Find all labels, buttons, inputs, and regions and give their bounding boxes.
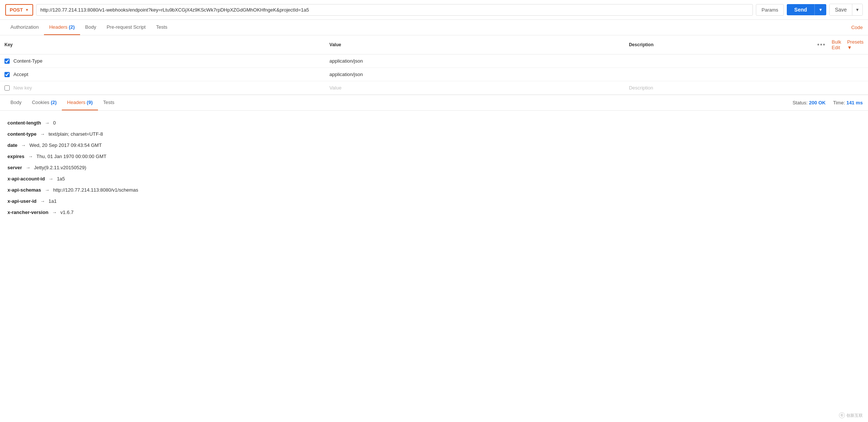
bulk-edit-link[interactable]: Bulk Edit — [832, 39, 841, 50]
resp-header-value-2: Wed, 20 Sep 2017 09:43:54 GMT — [29, 142, 102, 148]
request-tabs: Authorization Headers (2) Body Pre-reque… — [0, 20, 868, 35]
time-label: Time: 141 ms — [833, 100, 863, 106]
resp-tab-body[interactable]: Body — [5, 95, 27, 110]
row-checkbox-0[interactable] — [4, 59, 10, 64]
params-button[interactable]: Params — [756, 4, 784, 16]
method-chevron: ▼ — [25, 8, 29, 12]
method-button[interactable]: POST ▼ — [5, 4, 33, 16]
col-header-key: Key — [0, 35, 325, 54]
tab-prerequest[interactable]: Pre-request Script — [101, 20, 151, 35]
send-button-group: Send ▼ — [787, 4, 826, 15]
resp-header-key-5: x-api-account-id — [7, 176, 45, 182]
resp-header-key-3: expires — [7, 154, 25, 159]
ellipsis-icon[interactable]: ••• — [817, 41, 826, 48]
tab-authorization[interactable]: Authorization — [5, 20, 44, 35]
resp-header-key-2: date — [7, 142, 18, 148]
tab-body[interactable]: Body — [80, 20, 102, 35]
resp-header-value-7: 1a1 — [48, 198, 57, 204]
resp-tab-cookies[interactable]: Cookies (2) — [27, 95, 62, 110]
resp-tab-headers[interactable]: Headers (9) — [62, 95, 98, 110]
new-key-placeholder: New key — [13, 85, 32, 91]
resp-arrow-8: → — [51, 210, 58, 215]
resp-header-row: x-api-account-id → 1a5 — [7, 174, 861, 184]
url-input[interactable] — [36, 4, 753, 16]
save-button-group: Save ▼ — [829, 4, 863, 16]
send-button[interactable]: Send — [787, 4, 814, 15]
method-label: POST — [10, 7, 23, 13]
col-header-actions: ••• Bulk Edit Presets ▼ — [813, 35, 868, 54]
save-button[interactable]: Save — [830, 4, 852, 15]
resp-header-row: server → Jetty(9.2.11.v20150529) — [7, 163, 861, 173]
resp-header-value-8: v1.6.7 — [60, 210, 73, 215]
resp-header-key-8: x-rancher-version — [7, 210, 48, 215]
headers-badge: (2) — [69, 24, 75, 30]
cookies-badge: (2) — [51, 100, 57, 105]
resp-header-key-7: x-api-user-id — [7, 198, 37, 204]
resp-header-key-4: server — [7, 165, 22, 170]
resp-headers-badge: (9) — [87, 100, 93, 105]
resp-header-key-0: content-length — [7, 120, 41, 126]
headers-table: Key Value Description ••• Bulk Edit Pres… — [0, 35, 868, 95]
tab-headers[interactable]: Headers (2) — [44, 20, 80, 35]
send-dropdown-button[interactable]: ▼ — [814, 4, 826, 15]
resp-arrow-7: → — [39, 198, 46, 204]
response-body: content-length → 0content-type → text/pl… — [0, 111, 868, 226]
resp-tab-tests[interactable]: Tests — [98, 95, 120, 110]
row-checkbox-1[interactable] — [4, 72, 10, 77]
resp-arrow-0: → — [43, 120, 51, 126]
top-bar: POST ▼ Params Send ▼ Save ▼ — [0, 0, 868, 20]
tab-tests[interactable]: Tests — [151, 20, 172, 35]
resp-header-row: content-type → text/plain; charset=UTF-8 — [7, 129, 861, 139]
resp-header-key-6: x-api-schemas — [7, 187, 41, 193]
response-tabs: Body Cookies (2) Headers (9) Tests Statu… — [0, 95, 868, 111]
row-key-1: Accept — [13, 72, 28, 77]
row-key-0: Content-Type — [13, 58, 42, 64]
new-value-placeholder: Value — [329, 85, 341, 91]
new-header-row: New key Value Description — [0, 81, 868, 95]
resp-header-row: date → Wed, 20 Sep 2017 09:43:54 GMT — [7, 141, 861, 150]
resp-header-key-1: content-type — [7, 131, 37, 137]
resp-header-value-0: 0 — [53, 120, 56, 126]
col-header-value: Value — [325, 35, 624, 54]
resp-header-value-3: Thu, 01 Jan 1970 00:00:00 GMT — [37, 154, 107, 159]
resp-header-value-4: Jetty(9.2.11.v20150529) — [34, 165, 86, 170]
time-value: 141 ms — [846, 100, 863, 106]
resp-header-value-6: http://120.77.214.113:8080/v1/schemas — [53, 187, 138, 193]
row-value-1: application/json — [329, 72, 363, 77]
resp-header-row: content-length → 0 — [7, 118, 861, 128]
resp-arrow-4: → — [24, 165, 32, 170]
presets-link[interactable]: Presets ▼ — [847, 39, 864, 50]
save-dropdown-button[interactable]: ▼ — [852, 4, 862, 15]
resp-arrow-6: → — [43, 187, 51, 193]
resp-header-value-5: 1a5 — [57, 176, 65, 182]
resp-header-row: expires → Thu, 01 Jan 1970 00:00:00 GMT — [7, 152, 861, 161]
resp-arrow-3: → — [27, 154, 34, 159]
row-value-0: application/json — [329, 58, 363, 64]
resp-header-row: x-rancher-version → v1.6.7 — [7, 208, 861, 217]
resp-header-value-1: text/plain; charset=UTF-8 — [48, 131, 103, 137]
table-row: Accept application/json — [0, 68, 868, 81]
new-row-checkbox[interactable] — [4, 85, 10, 91]
status-value: 200 OK — [809, 100, 826, 106]
code-link[interactable]: Code — [851, 25, 863, 30]
col-header-description: Description — [624, 35, 813, 54]
resp-header-row: x-api-user-id → 1a1 — [7, 196, 861, 206]
resp-header-row: x-api-schemas → http://120.77.214.113:80… — [7, 185, 861, 195]
new-desc-placeholder: Description — [629, 85, 653, 91]
table-row: Content-Type application/json — [0, 54, 868, 68]
resp-arrow-2: → — [20, 142, 27, 148]
resp-arrow-5: → — [47, 176, 54, 182]
response-status: Status: 200 OK Time: 141 ms — [792, 100, 863, 106]
status-label: Status: 200 OK — [792, 100, 826, 106]
resp-arrow-1: → — [39, 131, 46, 137]
